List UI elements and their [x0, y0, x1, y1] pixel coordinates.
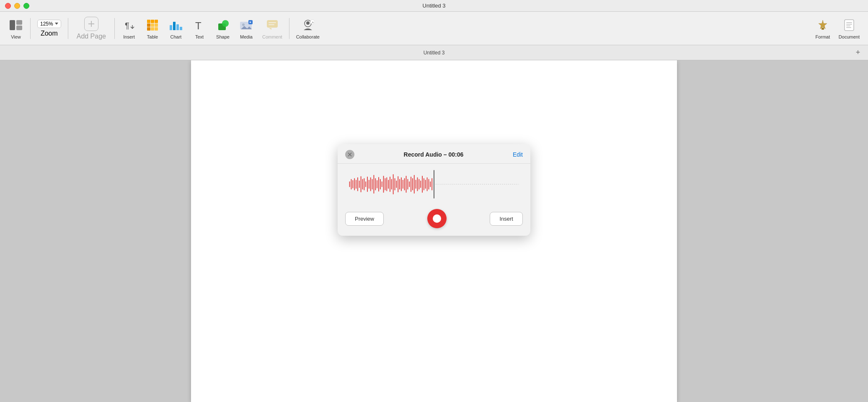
svg-rect-48 — [383, 176, 384, 193]
svg-rect-2 — [16, 26, 22, 30]
svg-rect-64 — [409, 181, 410, 187]
svg-rect-71 — [420, 180, 421, 188]
add-page-button[interactable]: Add Page — [71, 14, 112, 43]
add-page-icon — [84, 17, 98, 31]
shape-icon — [215, 18, 230, 33]
svg-rect-29 — [352, 180, 353, 188]
waveform-svg — [345, 170, 523, 199]
title-bar: Untitled 3 — [0, 0, 868, 12]
svg-rect-13 — [269, 22, 276, 23]
canvas-area: Record Audio – 00:06 Edit — [0, 60, 868, 402]
comment-label: Comment — [262, 34, 282, 39]
view-button[interactable]: View — [4, 14, 28, 43]
edit-button[interactable]: Edit — [513, 151, 523, 158]
minimize-button[interactable] — [14, 3, 20, 9]
svg-rect-77 — [430, 181, 431, 187]
svg-rect-40 — [370, 178, 371, 191]
separator-1 — [30, 18, 31, 39]
insert-button[interactable]: ¶ Insert — [117, 14, 141, 43]
svg-rect-32 — [357, 178, 358, 191]
traffic-lights — [5, 3, 29, 9]
svg-rect-1 — [16, 20, 22, 25]
separator-4 — [289, 18, 289, 39]
svg-text:+: + — [312, 20, 314, 24]
add-page-label: Add Page — [77, 33, 106, 40]
svg-rect-51 — [388, 180, 389, 188]
close-button[interactable] — [5, 3, 11, 9]
svg-rect-20 — [845, 20, 854, 31]
svg-rect-31 — [356, 180, 356, 188]
dialog-close-button[interactable] — [345, 150, 354, 159]
svg-rect-47 — [382, 181, 382, 187]
svg-rect-36 — [364, 178, 364, 191]
media-button[interactable]: Media — [235, 14, 258, 43]
svg-point-8 — [222, 20, 229, 27]
record-audio-dialog: Record Audio – 00:06 Edit — [338, 144, 530, 236]
svg-rect-67 — [414, 175, 415, 193]
comment-button[interactable]: Comment — [258, 14, 287, 43]
media-icon — [239, 18, 254, 33]
add-tab-button[interactable]: + — [853, 48, 863, 58]
format-button[interactable]: Format — [811, 14, 834, 43]
svg-rect-68 — [416, 180, 416, 188]
document-label: Document — [839, 34, 860, 39]
svg-rect-43 — [375, 178, 376, 191]
svg-rect-53 — [391, 179, 392, 189]
svg-rect-66 — [412, 178, 413, 191]
svg-rect-12 — [267, 20, 278, 28]
svg-rect-59 — [401, 178, 402, 191]
comment-icon — [265, 18, 280, 33]
svg-rect-44 — [377, 180, 377, 188]
collaborate-icon: + — [300, 18, 315, 33]
text-button[interactable]: T Text — [188, 14, 211, 43]
chart-icon — [168, 18, 183, 33]
collaborate-button[interactable]: + Collaborate — [292, 14, 324, 43]
zoom-select[interactable]: 125% — [37, 20, 61, 28]
chart-label: Chart — [170, 34, 182, 39]
svg-rect-62 — [406, 176, 407, 193]
svg-rect-49 — [385, 178, 385, 191]
svg-point-10 — [242, 23, 245, 26]
svg-rect-56 — [396, 180, 397, 188]
dialog-header: Record Audio – 00:06 Edit — [338, 144, 530, 164]
svg-rect-27 — [349, 181, 350, 187]
table-button[interactable]: Table — [141, 14, 164, 43]
media-label: Media — [240, 34, 253, 39]
record-button-inner — [433, 214, 441, 223]
document-button[interactable]: Document — [834, 14, 864, 43]
view-icon — [8, 18, 23, 33]
svg-rect-57 — [398, 176, 398, 193]
svg-rect-50 — [386, 178, 387, 191]
svg-rect-52 — [390, 177, 390, 192]
svg-rect-65 — [411, 177, 411, 192]
separator-2 — [68, 18, 68, 39]
record-button[interactable] — [427, 209, 447, 228]
tab-bar: Untitled 3 + — [0, 45, 868, 60]
svg-rect-54 — [393, 174, 394, 194]
chart-button[interactable]: Chart — [164, 14, 188, 43]
svg-rect-74 — [425, 180, 426, 188]
svg-rect-14 — [269, 24, 274, 25]
toolbar: View 125% Zoom Add Page ¶ Insert — [0, 12, 868, 45]
svg-rect-61 — [404, 178, 405, 191]
table-label: Table — [147, 34, 158, 39]
svg-rect-19 — [822, 28, 824, 30]
waveform-area — [345, 170, 523, 199]
svg-rect-35 — [362, 179, 363, 189]
insert-button[interactable]: Insert — [490, 212, 523, 226]
zoom-button[interactable]: 125% Zoom — [33, 17, 65, 40]
svg-text:¶: ¶ — [125, 21, 129, 30]
svg-rect-70 — [418, 179, 419, 189]
svg-rect-37 — [365, 181, 366, 187]
svg-rect-72 — [422, 176, 423, 193]
svg-rect-75 — [427, 178, 428, 191]
preview-button[interactable]: Preview — [345, 212, 384, 226]
maximize-button[interactable] — [23, 3, 29, 9]
svg-rect-34 — [361, 176, 362, 193]
shape-button[interactable]: Shape — [211, 14, 235, 43]
svg-rect-0 — [10, 20, 15, 30]
separator-3 — [114, 18, 115, 39]
svg-rect-23 — [846, 26, 850, 26]
svg-rect-33 — [359, 180, 360, 188]
svg-rect-63 — [407, 179, 408, 189]
